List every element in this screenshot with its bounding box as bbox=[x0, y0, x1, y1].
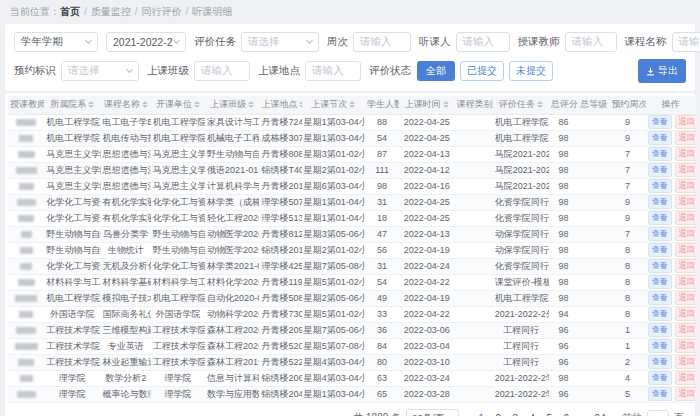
return-button[interactable]: 退回 bbox=[675, 147, 696, 161]
view-button[interactable]: 查看 bbox=[648, 339, 672, 353]
column-header-9[interactable]: 上课时间 bbox=[399, 96, 454, 114]
reserve-select[interactable]: 请选择 bbox=[61, 61, 139, 81]
view-button[interactable]: 查看 bbox=[648, 227, 672, 241]
view-button[interactable]: 查看 bbox=[648, 147, 672, 161]
column-header-7[interactable]: 上课节次 bbox=[302, 96, 365, 114]
teacher-name-redacted bbox=[19, 311, 33, 318]
return-button[interactable]: 退回 bbox=[675, 291, 696, 305]
column-header-10[interactable]: 课程类别 bbox=[455, 96, 493, 114]
return-button[interactable]: 退回 bbox=[675, 179, 696, 193]
breadcrumb-item-peer-review[interactable]: 同行评价 bbox=[142, 6, 182, 17]
column-header-1[interactable]: 授课教师 bbox=[8, 96, 44, 114]
course-input[interactable]: 请输入 bbox=[672, 32, 700, 52]
status-unsubmitted-button[interactable]: 未提交 bbox=[509, 61, 553, 81]
page-number[interactable]: 4 bbox=[526, 413, 539, 416]
listener-input[interactable]: 请输入 bbox=[456, 32, 510, 52]
sort-icon[interactable] bbox=[537, 101, 543, 108]
table-cell: 96 bbox=[549, 322, 578, 338]
teacher-input[interactable]: 请输入 bbox=[565, 32, 617, 52]
table-cell: 86 bbox=[549, 114, 578, 130]
view-button[interactable]: 查看 bbox=[648, 195, 672, 209]
return-button[interactable]: 退回 bbox=[675, 355, 696, 369]
view-button[interactable]: 查看 bbox=[648, 179, 672, 193]
view-button[interactable]: 查看 bbox=[648, 323, 672, 337]
view-button[interactable]: 查看 bbox=[648, 243, 672, 257]
column-header-12[interactable]: 总评分 bbox=[549, 96, 578, 114]
column-header-8[interactable]: 学生人数 bbox=[365, 96, 399, 114]
class-input[interactable]: 请输入 bbox=[194, 61, 250, 81]
page-size-select[interactable]: 20条/页 bbox=[406, 409, 459, 416]
page-number[interactable]: 94 bbox=[594, 413, 607, 416]
table-cell: 2022-03-04 bbox=[399, 338, 454, 354]
semester-value-select[interactable]: 2021-2022-2 bbox=[106, 32, 186, 52]
sort-icon[interactable] bbox=[142, 101, 148, 108]
return-button[interactable]: 退回 bbox=[675, 227, 696, 241]
prev-page-icon[interactable]: ‹ bbox=[464, 413, 469, 416]
column-header-13[interactable]: 总等级 bbox=[578, 96, 609, 114]
task-select[interactable]: 请选择 bbox=[241, 32, 319, 52]
view-button[interactable]: 查看 bbox=[648, 387, 672, 401]
return-button[interactable]: 退回 bbox=[675, 371, 696, 385]
view-button[interactable]: 查看 bbox=[648, 307, 672, 321]
return-button[interactable]: 退回 bbox=[675, 163, 696, 177]
status-submitted-button[interactable]: 已提交 bbox=[460, 61, 504, 81]
breadcrumb-item-home[interactable]: 首页 bbox=[60, 6, 80, 17]
column-header-4[interactable]: 开课单位 bbox=[151, 96, 205, 114]
table-cell: 成栋楼307 bbox=[259, 130, 301, 146]
page-number[interactable]: 1 bbox=[475, 413, 488, 416]
return-button[interactable]: 退回 bbox=[675, 259, 696, 273]
table-cell: 星期7第05-06小 bbox=[302, 322, 365, 338]
table-cell: 丹青楼209 bbox=[259, 322, 301, 338]
status-all-button[interactable]: 全部 bbox=[417, 61, 455, 81]
week-input[interactable]: 请输入 bbox=[353, 32, 411, 52]
column-header-2[interactable]: 所属院系 bbox=[44, 96, 100, 114]
view-button[interactable]: 查看 bbox=[648, 275, 672, 289]
view-button[interactable]: 查看 bbox=[648, 211, 672, 225]
return-button[interactable]: 退回 bbox=[675, 195, 696, 209]
next-page-icon[interactable]: › bbox=[612, 413, 617, 416]
column-header-6[interactable]: 上课地点 bbox=[259, 96, 301, 114]
return-button[interactable]: 退回 bbox=[675, 307, 696, 321]
sort-icon[interactable] bbox=[299, 101, 301, 108]
return-button[interactable]: 退回 bbox=[675, 211, 696, 225]
export-button[interactable]: 导出 bbox=[638, 59, 686, 83]
view-button[interactable]: 查看 bbox=[648, 115, 672, 129]
table-cell-actions: 查看退回 bbox=[646, 146, 696, 162]
sort-icon[interactable] bbox=[248, 101, 254, 108]
table-cell: 课堂评价-模板 bbox=[493, 274, 549, 290]
return-button[interactable]: 退回 bbox=[675, 275, 696, 289]
view-button[interactable]: 查看 bbox=[648, 355, 672, 369]
sort-icon[interactable] bbox=[443, 101, 449, 108]
view-button[interactable]: 查看 bbox=[648, 291, 672, 305]
table-cell bbox=[455, 146, 493, 162]
view-button[interactable]: 查看 bbox=[648, 259, 672, 273]
page-number[interactable]: 5 bbox=[543, 413, 556, 416]
return-button[interactable]: 退回 bbox=[675, 323, 696, 337]
page-number[interactable]: 6 bbox=[560, 413, 573, 416]
column-header-3[interactable]: 课程名称 bbox=[101, 96, 151, 114]
page-number[interactable]: 2 bbox=[492, 413, 505, 416]
return-button[interactable]: 退回 bbox=[675, 115, 696, 129]
page-number[interactable]: 3 bbox=[509, 413, 522, 416]
semester-field-select[interactable]: 学年学期 bbox=[14, 32, 98, 52]
view-button[interactable]: 查看 bbox=[648, 163, 672, 177]
view-button[interactable]: 查看 bbox=[648, 131, 672, 145]
view-button[interactable]: 查看 bbox=[648, 371, 672, 385]
column-label: 操作 bbox=[662, 99, 680, 109]
table-cell: 家具设计与工程2 bbox=[205, 114, 259, 130]
return-button[interactable]: 退回 bbox=[675, 243, 696, 257]
table-cell: 工程技术学院 bbox=[151, 354, 205, 370]
column-header-5[interactable]: 上课班级 bbox=[205, 96, 259, 114]
column-header-11[interactable]: 评价任务 bbox=[493, 96, 549, 114]
class-placeholder: 请输入 bbox=[201, 64, 233, 78]
sort-icon[interactable] bbox=[349, 101, 355, 108]
goto-page-input[interactable] bbox=[647, 410, 669, 416]
sort-icon[interactable] bbox=[194, 101, 200, 108]
return-button[interactable]: 退回 bbox=[675, 387, 696, 401]
sort-icon[interactable] bbox=[88, 101, 94, 108]
breadcrumb-item-quality-monitor[interactable]: 质量监控 bbox=[91, 6, 131, 17]
place-input[interactable]: 请输入 bbox=[305, 61, 361, 81]
return-button[interactable]: 退回 bbox=[675, 131, 696, 145]
table-cell-teacher bbox=[8, 146, 44, 162]
return-button[interactable]: 退回 bbox=[675, 339, 696, 353]
